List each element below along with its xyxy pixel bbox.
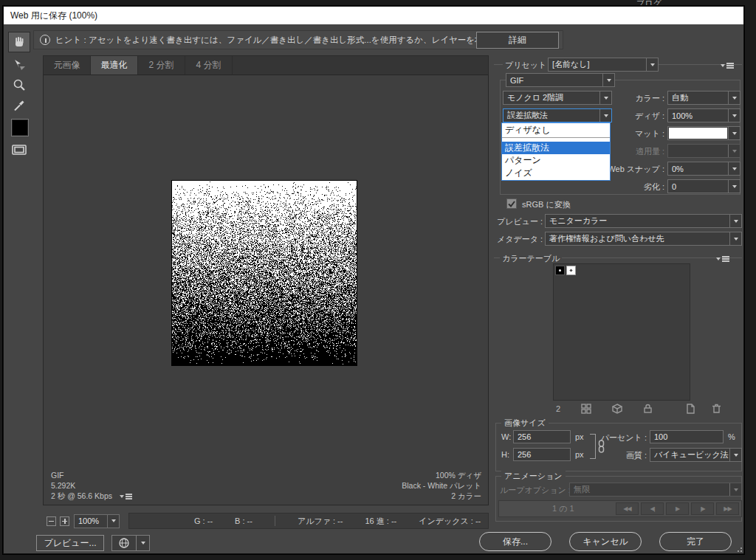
download-time-readout: 2 秒 @ 56.6 Kbps (51, 491, 132, 501)
chevron-down-icon (728, 91, 740, 104)
dither-amount-select[interactable]: 100% (667, 108, 740, 122)
loop-options-label: ループオプション : (500, 485, 571, 496)
trash-icon (712, 404, 721, 414)
lock-color-button[interactable] (643, 404, 653, 414)
tab-optimized[interactable]: 最適化 (91, 56, 138, 75)
lossy-amount-select[interactable] (667, 144, 740, 158)
download-speed-menu-icon[interactable] (120, 494, 132, 499)
first-frame-button[interactable]: ◀◀ (616, 502, 639, 515)
percent-unit: % (728, 432, 735, 441)
preview-mode-select[interactable]: モニターカラー (545, 214, 742, 228)
readout-alpha: アルファ : -- (298, 516, 343, 527)
color-count-select[interactable]: 自動 (667, 91, 740, 105)
format-select[interactable]: GIF (506, 73, 615, 87)
browser-select-chevron[interactable] (137, 536, 149, 550)
swatch-black[interactable] (555, 266, 565, 275)
optimize-info: GIF 5.292K 2 秒 @ 56.6 Kbps (51, 470, 132, 501)
tab-2up[interactable]: 2 分割 (138, 56, 185, 75)
lossy-select[interactable]: 0 (667, 179, 740, 193)
previous-frame-button[interactable]: ◀| (641, 502, 664, 515)
dropdown-item-no-dither[interactable]: ディザなし (502, 123, 610, 138)
zoom-tool-button[interactable] (8, 75, 30, 95)
format-readout: GIF (51, 470, 132, 480)
tab-4up[interactable]: 4 分割 (185, 56, 233, 75)
width-label: W: (501, 432, 511, 441)
chevron-down-icon (729, 215, 741, 227)
srgb-label: sRGB に変換 (522, 199, 571, 210)
globe-icon (118, 537, 130, 549)
chevron-down-icon (728, 109, 740, 122)
swatch-white[interactable] (566, 266, 576, 275)
chevron-down-icon (728, 180, 740, 193)
dither-amount-value: 100% (668, 109, 728, 122)
chevron-down-icon (107, 515, 119, 528)
last-frame-button[interactable]: ▶▶ (716, 502, 739, 515)
loop-options-value: 無限 (570, 483, 729, 496)
dropdown-item-pattern[interactable]: パターン (502, 154, 610, 167)
websafe-button[interactable] (612, 404, 622, 414)
metadata-select[interactable]: 著作権情報および問い合わせ先 (545, 232, 742, 246)
height-unit: px (575, 450, 584, 459)
animation-frame-strip: 1 の 1 ◀◀ ◀| ▶ |▶ ▶▶ (498, 500, 742, 517)
height-input[interactable] (513, 448, 571, 461)
status-bar: 100% G : -- B : -- アルファ : -- 16 進 : -- イ… (43, 511, 489, 530)
preview-in-browser-button[interactable]: プレビュー... (36, 535, 104, 551)
zoom-out-icon[interactable] (47, 516, 56, 526)
preview-mode-value: モニターカラー (546, 215, 729, 227)
eyedropper-icon (12, 98, 27, 113)
preview-panel[interactable]: GIF 5.292K 2 秒 @ 56.6 Kbps 100% ディザ Blac… (43, 75, 489, 505)
hand-tool-button[interactable] (8, 32, 30, 52)
palette-readout: Black - White パレット (402, 480, 481, 491)
delete-color-button[interactable] (712, 404, 721, 414)
percent-input[interactable] (650, 430, 724, 443)
color-table-menu-icon[interactable] (716, 256, 729, 262)
lossy-label: 劣化 : (576, 182, 664, 193)
loop-options-select[interactable]: 無限 (569, 483, 742, 497)
chevron-down-icon (729, 232, 741, 245)
eyedropper-color-swatch[interactable] (11, 119, 29, 136)
next-frame-button[interactable]: |▶ (691, 502, 714, 515)
color-table-title: カラーテーブル (500, 253, 562, 264)
dropdown-item-noise[interactable]: ノイズ (502, 167, 610, 179)
matte-select[interactable] (667, 126, 740, 140)
color-table-footer: 2 (550, 403, 743, 415)
quality-select[interactable]: バイキュービック法 (650, 448, 742, 462)
detail-button[interactable]: 詳細 (476, 32, 559, 49)
preset-select[interactable]: [名前なし] (548, 58, 659, 72)
resize-grip[interactable] (736, 546, 742, 552)
hand-icon (12, 35, 27, 49)
new-item-icon (685, 404, 695, 414)
new-color-button[interactable] (685, 404, 695, 414)
color-count: 2 (556, 404, 560, 413)
image-size-title: 画像サイズ (501, 418, 549, 429)
done-button[interactable]: 完了 (659, 532, 732, 551)
web-snap-select[interactable]: 0% (667, 162, 740, 176)
chevron-down-icon (646, 58, 658, 71)
dither-method-dropdown: ディザなし 誤差拡散法 パターン ノイズ (501, 122, 611, 181)
play-button[interactable]: ▶ (666, 502, 689, 515)
save-button[interactable]: 保存... (479, 532, 551, 551)
srgb-checkbox[interactable] (506, 198, 517, 209)
web-snap-value: 0% (668, 162, 728, 175)
color-table[interactable] (553, 263, 690, 401)
width-input[interactable] (513, 430, 571, 443)
color-readouts: G : -- B : -- アルファ : -- 16 進 : -- インデックス… (128, 513, 489, 529)
eyedropper-tool-button[interactable] (8, 95, 30, 116)
tab-original[interactable]: 元画像 (44, 56, 91, 75)
preset-panel-menu-icon[interactable] (721, 63, 734, 69)
height-label: H: (501, 450, 509, 459)
zoom-in-icon[interactable] (60, 516, 69, 526)
chevron-down-icon (729, 449, 741, 461)
slice-select-tool-button[interactable] (8, 54, 30, 75)
browser-preview-button[interactable] (112, 536, 137, 550)
dialog-titlebar[interactable]: Web 用に保存 (100%) (4, 7, 743, 24)
toggle-slices-button[interactable] (8, 141, 30, 159)
preview-image[interactable] (171, 180, 357, 366)
preset-label: プリセット : (503, 60, 553, 71)
zoom-level-select[interactable]: 100% (74, 514, 120, 528)
zoom-level-value: 100% (75, 515, 107, 528)
dropdown-item-diffusion[interactable]: 誤差拡散法 (502, 142, 610, 154)
web-shift-button[interactable] (581, 404, 591, 414)
save-for-web-dialog: Web 用に保存 (100%) ヒント : アセットをより速く書き出すには、ファ… (3, 6, 744, 554)
cancel-button[interactable]: キャンセル (569, 532, 642, 551)
